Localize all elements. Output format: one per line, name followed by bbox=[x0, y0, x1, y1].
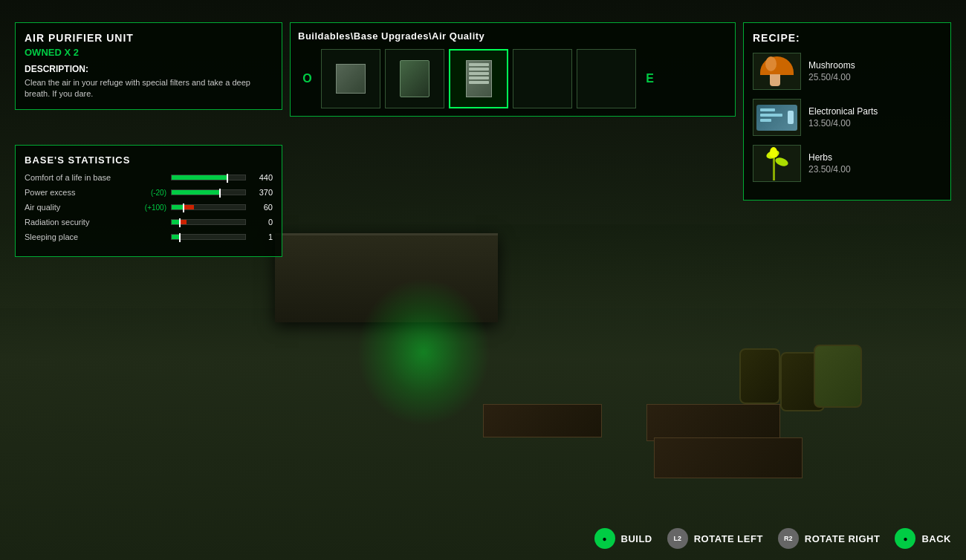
item-info-panel: AIR PURIFIER UNIT OWNED X 2 DESCRIPTION:… bbox=[15, 22, 282, 110]
item-slot-5[interactable] bbox=[577, 49, 636, 108]
nav-right-btn[interactable]: E bbox=[641, 70, 659, 88]
build-button[interactable]: ● BUILD bbox=[594, 528, 652, 549]
crate-3 bbox=[483, 404, 602, 437]
stat-name: Air quality bbox=[25, 203, 121, 212]
item-slot-4[interactable] bbox=[513, 49, 572, 108]
recipe-info-2: Herbs23.50/4.00 bbox=[808, 152, 941, 175]
stat-value: 440 bbox=[250, 173, 273, 182]
recipe-amount-1: 13.50/4.00 bbox=[808, 118, 941, 128]
rotate-right-button[interactable]: R2 ROTATE RIGHT bbox=[778, 528, 881, 549]
stat-modifier: (-20) bbox=[126, 189, 166, 197]
stat-row: Sleeping place1 bbox=[25, 232, 273, 241]
stat-row: Comfort of a life in base440 bbox=[25, 173, 273, 182]
stat-bar bbox=[171, 189, 246, 195]
recipe-name-0: Mushrooms bbox=[808, 60, 941, 71]
description-label: DESCRIPTION: bbox=[25, 64, 273, 74]
back-label: BACK bbox=[921, 533, 951, 544]
recipe-info-0: Mushrooms25.50/4.00 bbox=[808, 60, 941, 82]
back-icon: ● bbox=[895, 528, 915, 549]
items-row: O E bbox=[298, 49, 727, 108]
l2-icon: L2 bbox=[667, 528, 688, 549]
item-slot-1[interactable] bbox=[321, 49, 380, 108]
recipe-panel: RECIPE: Mushrooms25.50/4.00 Electronical… bbox=[743, 22, 951, 201]
stat-row: Radiation security0 bbox=[25, 218, 273, 227]
stat-name: Sleeping place bbox=[25, 232, 121, 241]
recipe-title: RECIPE: bbox=[753, 32, 941, 44]
recipe-items-container: Mushrooms25.50/4.00 Electronical Parts13… bbox=[753, 53, 941, 182]
r2-icon: R2 bbox=[778, 528, 799, 549]
rotate-left-button[interactable]: L2 ROTATE LEFT bbox=[667, 528, 763, 549]
rotate-left-label: ROTATE LEFT bbox=[694, 533, 763, 544]
action-bar: ● BUILD L2 ROTATE LEFT R2 ROTATE RIGHT ●… bbox=[594, 528, 951, 549]
stat-bar bbox=[171, 175, 246, 180]
back-button[interactable]: ● BACK bbox=[895, 528, 951, 549]
stat-name: Comfort of a life in base bbox=[25, 173, 121, 182]
stat-name: Radiation security bbox=[25, 218, 121, 227]
build-icon: ● bbox=[594, 528, 615, 549]
item-slot-2[interactable] bbox=[385, 49, 444, 108]
stats-panel: BASE'S STATISTICS Comfort of a life in b… bbox=[15, 145, 282, 257]
recipe-img-1 bbox=[753, 99, 801, 136]
recipe-item-0: Mushrooms25.50/4.00 bbox=[753, 53, 941, 90]
description-text: Clean the air in your refuge with specia… bbox=[25, 77, 273, 100]
crate-1 bbox=[646, 404, 780, 441]
stat-bar bbox=[171, 219, 246, 225]
nav-left-btn[interactable]: O bbox=[298, 70, 317, 88]
stat-bar bbox=[171, 234, 246, 240]
buildables-panel: Buildables\Base Upgrades\Air Quality O E bbox=[290, 22, 736, 117]
recipe-amount-0: 25.50/4.00 bbox=[808, 72, 941, 82]
recipe-amount-2: 23.50/4.00 bbox=[808, 164, 941, 175]
item-slots bbox=[321, 49, 636, 108]
stat-name: Power excess bbox=[25, 188, 121, 197]
recipe-img-0 bbox=[753, 53, 801, 90]
barrel-2 bbox=[739, 348, 780, 404]
stat-value: 0 bbox=[250, 218, 273, 227]
stat-row: Air quality(+100)60 bbox=[25, 203, 273, 212]
build-label: BUILD bbox=[621, 533, 652, 544]
stat-value: 1 bbox=[250, 232, 273, 241]
recipe-name-1: Electronical Parts bbox=[808, 106, 941, 117]
green-hologram bbox=[357, 278, 490, 426]
stat-value: 60 bbox=[250, 203, 273, 212]
stats-title: BASE'S STATISTICS bbox=[25, 154, 273, 166]
item-slot-3[interactable] bbox=[449, 49, 508, 108]
stats-rows: Comfort of a life in base440Power excess… bbox=[25, 173, 273, 241]
crate-2 bbox=[654, 437, 803, 478]
barrel-3 bbox=[814, 345, 862, 408]
stat-row: Power excess(-20)370 bbox=[25, 188, 273, 197]
rotate-right-label: ROTATE RIGHT bbox=[805, 533, 881, 544]
recipe-item-1: Electronical Parts13.50/4.00 bbox=[753, 99, 941, 136]
item-title: AIR PURIFIER UNIT bbox=[25, 32, 273, 44]
item-owned: OWNED X 2 bbox=[25, 47, 273, 58]
recipe-item-2: Herbs23.50/4.00 bbox=[753, 145, 941, 182]
recipe-img-2 bbox=[753, 145, 801, 182]
stat-modifier: (+100) bbox=[126, 204, 166, 212]
breadcrumb: Buildables\Base Upgrades\Air Quality bbox=[298, 30, 727, 42]
recipe-name-2: Herbs bbox=[808, 152, 941, 163]
recipe-info-1: Electronical Parts13.50/4.00 bbox=[808, 106, 941, 128]
stat-bar bbox=[171, 204, 246, 210]
stat-value: 370 bbox=[250, 188, 273, 197]
